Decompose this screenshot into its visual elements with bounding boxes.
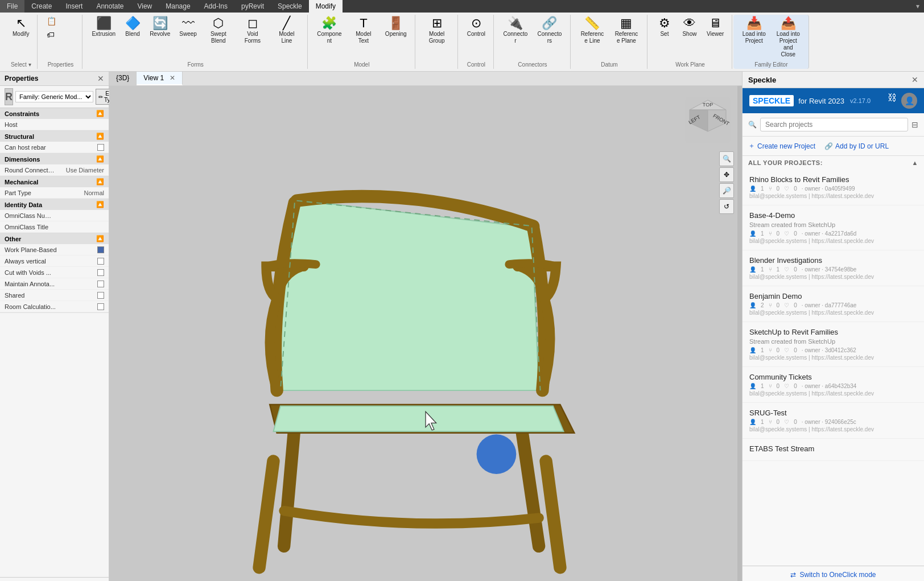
show-btn[interactable]: 👁 Show [678, 15, 701, 40]
ribbon-options[interactable]: ▾ [916, 2, 919, 10]
speckle-avatar[interactable]: 👤 [901, 93, 917, 109]
ribbon-group-family-editor: 📥 Load into Project 📤 Load into Project … [733, 15, 809, 69]
blend-btn[interactable]: 🔷 Blend [121, 15, 144, 40]
ribbon: File Create Insert Annotate View Manage … [0, 0, 924, 72]
properties-panel-close[interactable]: ✕ [97, 74, 104, 83]
model-line-btn[interactable]: ╱ Model Line [271, 15, 303, 47]
speckle-panel-header: Speckle ✕ [742, 72, 924, 88]
always-vertical-checkbox[interactable] [97, 258, 104, 265]
cut-with-voids-checkbox[interactable] [97, 269, 104, 276]
identity-data-header[interactable]: Identity Data 🔼 [0, 199, 109, 210]
ribbon-group-workplane: ⚙ Set 👁 Show 🖥 Viewer Work Plane [649, 15, 732, 69]
model-text-btn[interactable]: T Model Text [348, 15, 380, 47]
project-item-etabs[interactable]: ETABS Test Stream [742, 439, 924, 461]
nav-zoom-out[interactable]: 🔎 [719, 183, 734, 198]
viewport-divider[interactable] [737, 86, 742, 581]
create-new-project-btn[interactable]: ＋ Create new Project [748, 141, 815, 151]
project-item-benjamin[interactable]: Benjamin Demo 👤2 ⑂0 ♡0 · owner · da77774… [742, 286, 924, 322]
search-projects-input[interactable] [760, 118, 908, 131]
tab-pyrevit[interactable]: pyRevit [234, 0, 271, 13]
nav-pan[interactable]: ✥ [719, 167, 734, 182]
control-btn[interactable]: ⊙ Control [464, 15, 489, 40]
ribbon-group-forms: ⬛ Extrusion 🔷 Blend 🔄 Revolve 〰 Sweep ⬡ [84, 15, 307, 69]
project-item-base4[interactable]: Base-4-Demo Stream created from SketchUp… [742, 205, 924, 250]
load-into-project-btn[interactable]: 📥 Load into Project [738, 15, 770, 47]
props-small-btn1[interactable]: 📋 [43, 15, 77, 27]
modify-btn[interactable]: ↖ Modify [9, 15, 32, 40]
svg-point-11 [477, 434, 517, 474]
load-into-project-close-btn[interactable]: 📤 Load into Project and Close [772, 15, 804, 60]
props-small-btn2[interactable]: 🏷 [43, 28, 77, 41]
model-group-btn[interactable]: ⊞ Model Group [421, 15, 453, 47]
project-item-srug[interactable]: SRUG-Test 👤1 ⑂0 ♡0 · owner · 924066e25c … [742, 403, 924, 439]
connector-btn[interactable]: 🔌 Connector [500, 15, 531, 47]
viewer-btn[interactable]: 🖥 Viewer [703, 15, 727, 40]
project-item-blender[interactable]: Blender Investigations 👤1 ⑂1 ♡0 · owner … [742, 250, 924, 286]
project-item-rhino[interactable]: Rhino Blocks to Revit Families 👤1 ⑂0 ♡0 … [742, 170, 924, 205]
speckle-panel-close[interactable]: ✕ [911, 75, 918, 84]
mechanical-header[interactable]: Mechanical 🔼 [0, 176, 109, 187]
constraints-header[interactable]: Constraints 🔼 [0, 108, 109, 119]
ref-line-btn[interactable]: 📏 Reference Line [576, 15, 608, 47]
family-dropdown[interactable]: Family: Generic Mod... [15, 91, 93, 102]
tab-modify[interactable]: Modify [309, 0, 343, 13]
tab-file[interactable]: File [0, 0, 24, 13]
maintain-annota-checkbox[interactable] [97, 281, 104, 287]
component-btn[interactable]: 🧩 Component [314, 15, 345, 47]
extrusion-btn[interactable]: ⬛ Extrusion [88, 15, 119, 40]
blend-icon: 🔷 [125, 17, 141, 30]
tab-addins[interactable]: Add-Ins [197, 0, 234, 13]
room-calculatio-row: Room Calculatio... [0, 301, 109, 312]
switch-oneclick-btn[interactable]: ⇄ Switch to OneClick mode [749, 571, 917, 579]
dimensions-header[interactable]: Dimensions 🔼 [0, 154, 109, 164]
connectors-icon: 🔗 [542, 17, 557, 30]
viewport-inner[interactable]: TOP LEFT FRONT 🔍 ✥ 🔎 ↺ [109, 86, 742, 581]
other-header[interactable]: Other 🔼 [0, 233, 109, 244]
main-layout: Properties ✕ R Family: Generic Mod... ✏ … [0, 72, 924, 581]
projects-collapse-btn[interactable]: ▲ [912, 159, 918, 166]
room-calculatio-checkbox[interactable] [97, 303, 104, 310]
shared-checkbox[interactable] [97, 292, 104, 299]
properties-group-label: Properties [48, 61, 74, 69]
show-icon: 👁 [683, 17, 696, 30]
set-btn[interactable]: ⚙ Set [653, 15, 676, 40]
filter-icon[interactable]: ⊟ [911, 120, 918, 129]
view-cube[interactable]: TOP LEFT FRONT [685, 97, 731, 143]
work-plane-based-checkbox[interactable] [97, 246, 104, 253]
ribbon-group-modelgroup: ⊞ Model Group [416, 15, 458, 69]
edit-type-icon: ✏ [98, 94, 103, 100]
swept-blend-btn[interactable]: ⬡ Swept Blend [203, 15, 234, 47]
nav-zoom-in[interactable]: 🔍 [719, 151, 734, 166]
revolve-btn[interactable]: 🔄 Revolve [146, 15, 174, 40]
can-host-rebar-checkbox[interactable] [97, 144, 104, 151]
viewport-tabs: {3D} View 1 ✕ [109, 72, 742, 86]
speckle-connect-icon[interactable]: ⛓ [888, 93, 897, 109]
constraints-section: Constraints 🔼 Host [0, 108, 109, 131]
viewport-tab-3d[interactable]: {3D} [109, 72, 137, 85]
nav-rotate[interactable]: ↺ [719, 199, 734, 214]
void-forms-btn[interactable]: ◻ Void Forms [237, 15, 269, 47]
tab-view[interactable]: View [130, 0, 159, 13]
ref-plane-btn[interactable]: ▦ Reference Plane [610, 15, 642, 47]
tab-insert[interactable]: Insert [59, 0, 89, 13]
speckle-logo-badge: SPECKLE [749, 96, 794, 105]
load-into-project-icon: 📥 [746, 17, 762, 30]
other-section: Other 🔼 Work Plane-Based Always vertical… [0, 233, 109, 313]
connectors-btn[interactable]: 🔗 Connectors [534, 15, 566, 47]
viewport-tab-view1-close[interactable]: ✕ [170, 74, 175, 82]
add-by-id-btn[interactable]: 🔗 Add by ID or URL [824, 142, 889, 150]
can-host-rebar-row: Can host rebar [0, 142, 109, 153]
structural-header[interactable]: Structural 🔼 [0, 131, 109, 142]
tab-annotate[interactable]: Annotate [89, 0, 130, 13]
viewport-tab-view1[interactable]: View 1 ✕ [137, 72, 182, 85]
ref-line-icon: 📏 [584, 17, 600, 30]
tab-manage[interactable]: Manage [159, 0, 197, 13]
opening-btn[interactable]: 🚪 Opening [382, 15, 410, 40]
tab-speckle[interactable]: Speckle [271, 0, 309, 13]
sweep-btn[interactable]: 〰 Sweep [176, 15, 200, 40]
family-icon: R [5, 88, 13, 105]
project-item-sketchup[interactable]: SketchUp to Revit Families Stream create… [742, 322, 924, 367]
model-group-icon: ⊞ [432, 17, 442, 30]
project-item-community[interactable]: Community Tickets 👤1 ⑂0 ♡0 · owner · a64… [742, 367, 924, 403]
tab-create[interactable]: Create [24, 0, 59, 13]
